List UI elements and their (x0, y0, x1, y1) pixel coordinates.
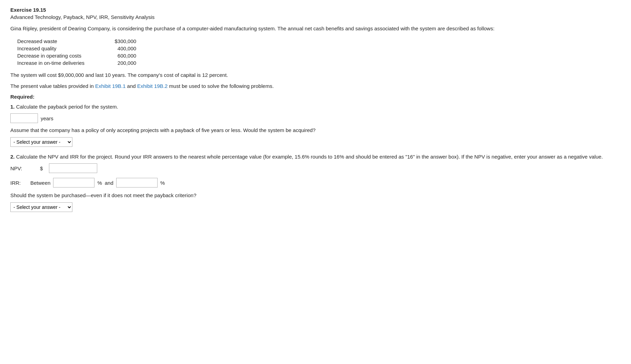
benefits-table: Decreased waste$300,000Increased quality… (17, 38, 136, 67)
npv-input[interactable] (49, 163, 97, 173)
irr-percent1: % (97, 180, 102, 186)
benefit-label: Increase in on-time deliveries (17, 59, 105, 67)
pv-tables-prefix: The present value tables provided in (10, 83, 95, 89)
question2-number: 2. (10, 154, 15, 160)
benefit-row: Decreased waste$300,000 (17, 38, 136, 45)
exercise-container: Exercise 19.15 Advanced Technology, Payb… (10, 7, 621, 212)
between-label: Between (30, 180, 50, 186)
question1-label: 1. Calculate the payback period for the … (10, 103, 621, 111)
benefit-row: Increased quality400,000 (17, 45, 136, 52)
question2-select[interactable]: - Select your answer -YesNo (10, 202, 72, 212)
benefit-label: Decrease in operating costs (17, 52, 105, 59)
question2-label: 2. Calculate the NPV and IRR for the pro… (10, 153, 621, 161)
benefit-label: Decreased waste (17, 38, 105, 45)
payback-years-input[interactable] (10, 113, 38, 123)
irr-input2[interactable] (116, 178, 158, 188)
required-label: Required: (10, 94, 621, 100)
dollar-sign: $ (40, 165, 47, 171)
exhibit1-link[interactable]: Exhibit 19B.1 (95, 83, 126, 89)
exercise-description: Gina Ripley, president of Dearing Compan… (10, 25, 621, 33)
pv-tables-line: The present value tables provided in Exh… (10, 82, 621, 90)
question1-select-row: - Select your answer -YesNo (10, 137, 621, 147)
npv-label: NPV: (10, 165, 38, 171)
irr-label: IRR: (10, 180, 28, 186)
exercise-title: Exercise 19.15 (10, 7, 621, 13)
question1-section: 1. Calculate the payback period for the … (10, 103, 621, 147)
irr-percent2: % (160, 180, 165, 186)
payback-input-row: years (10, 113, 621, 123)
question1-number: 1. (10, 104, 15, 110)
benefit-row: Decrease in operating costs600,000 (17, 52, 136, 59)
system-cost-line: The system will cost $9,000,000 and last… (10, 71, 621, 79)
question2-text: Calculate the NPV and IRR for the projec… (16, 154, 603, 160)
benefit-value: 600,000 (105, 52, 136, 59)
question2-followup: Should the system be purchased—even if i… (10, 192, 621, 200)
question1-select[interactable]: - Select your answer -YesNo (10, 137, 72, 147)
benefit-row: Increase in on-time deliveries200,000 (17, 59, 136, 67)
benefit-label: Increased quality (17, 45, 105, 52)
benefit-value: 400,000 (105, 45, 136, 52)
question2-select-row: - Select your answer -YesNo (10, 202, 621, 212)
benefit-value: 200,000 (105, 59, 136, 67)
npv-row: NPV: $ (10, 163, 621, 173)
years-label: years (41, 115, 53, 121)
question1-text: Calculate the payback period for the sys… (16, 104, 118, 110)
question1-followup: Assume that the company has a policy of … (10, 127, 621, 134)
question2-section: 2. Calculate the NPV and IRR for the pro… (10, 153, 621, 212)
benefit-value: $300,000 (105, 38, 136, 45)
exhibit2-link[interactable]: Exhibit 19B.2 (137, 83, 168, 89)
exercise-subtitle: Advanced Technology, Payback, NPV, IRR, … (10, 14, 621, 20)
irr-row: IRR: Between % and % (10, 178, 621, 188)
pv-tables-suffix: must be used to solve the following prob… (168, 83, 274, 89)
pv-tables-middle: and (126, 83, 137, 89)
irr-input1[interactable] (53, 178, 94, 188)
and-label: and (105, 180, 113, 186)
